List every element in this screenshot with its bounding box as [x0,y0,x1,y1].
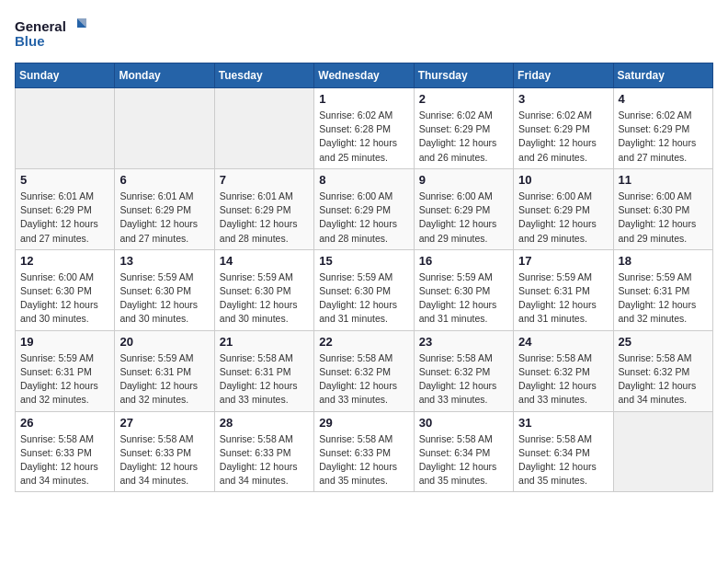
day-number: 25 [619,335,708,349]
day-number: 21 [220,335,309,349]
day-number: 1 [319,92,408,106]
calendar-table: SundayMondayTuesdayWednesdayThursdayFrid… [15,63,713,492]
calendar-cell: 4Sunrise: 6:02 AM Sunset: 6:29 PM Daylig… [613,88,712,169]
day-number: 5 [20,173,109,187]
day-number: 26 [20,416,109,430]
day-info: Sunrise: 5:58 AM Sunset: 6:32 PM Dayligh… [619,351,708,408]
day-info: Sunrise: 5:58 AM Sunset: 6:32 PM Dayligh… [518,351,608,408]
day-info: Sunrise: 6:00 AM Sunset: 6:29 PM Dayligh… [319,190,408,246]
day-number: 14 [220,254,309,268]
day-number: 28 [220,416,309,430]
calendar-cell: 27Sunrise: 5:58 AM Sunset: 6:33 PM Dayli… [115,411,214,492]
day-number: 4 [619,92,708,106]
week-row-4: 19Sunrise: 5:59 AM Sunset: 6:31 PM Dayli… [16,330,713,411]
day-info: Sunrise: 6:02 AM Sunset: 6:28 PM Dayligh… [319,109,408,165]
day-number: 29 [319,416,408,430]
day-info: Sunrise: 6:00 AM Sunset: 6:29 PM Dayligh… [419,190,508,246]
weekday-header-tuesday: Tuesday [214,63,313,88]
weekday-header-saturday: Saturday [613,63,712,88]
day-number: 31 [518,416,608,430]
weekday-header-sunday: Sunday [16,63,115,88]
day-number: 13 [119,254,209,268]
day-info: Sunrise: 5:59 AM Sunset: 6:30 PM Dayligh… [319,270,408,327]
weekday-header-monday: Monday [115,63,214,88]
day-info: Sunrise: 6:02 AM Sunset: 6:29 PM Dayligh… [419,109,508,165]
calendar-cell [16,88,115,169]
day-info: Sunrise: 6:00 AM Sunset: 6:30 PM Dayligh… [20,270,109,327]
logo-svg: General Blue [15,15,88,52]
day-number: 2 [419,92,508,106]
calendar-cell: 30Sunrise: 5:58 AM Sunset: 6:34 PM Dayli… [414,411,513,492]
calendar-cell: 16Sunrise: 5:59 AM Sunset: 6:30 PM Dayli… [414,249,513,330]
logo: General Blue [15,15,88,52]
day-info: Sunrise: 5:59 AM Sunset: 6:31 PM Dayligh… [119,351,209,408]
day-info: Sunrise: 5:59 AM Sunset: 6:31 PM Dayligh… [20,351,109,408]
day-info: Sunrise: 6:02 AM Sunset: 6:29 PM Dayligh… [619,109,708,165]
calendar-cell: 6Sunrise: 6:01 AM Sunset: 6:29 PM Daylig… [115,168,214,249]
calendar-cell: 2Sunrise: 6:02 AM Sunset: 6:29 PM Daylig… [414,88,513,169]
calendar-cell: 17Sunrise: 5:59 AM Sunset: 6:31 PM Dayli… [514,249,613,330]
day-number: 8 [319,173,408,187]
day-info: Sunrise: 6:02 AM Sunset: 6:29 PM Dayligh… [518,109,608,165]
day-info: Sunrise: 5:59 AM Sunset: 6:31 PM Dayligh… [518,270,608,327]
calendar-cell: 24Sunrise: 5:58 AM Sunset: 6:32 PM Dayli… [514,330,613,411]
day-info: Sunrise: 6:00 AM Sunset: 6:29 PM Dayligh… [518,190,608,246]
day-info: Sunrise: 5:58 AM Sunset: 6:31 PM Dayligh… [220,351,309,408]
weekday-header-friday: Friday [514,63,613,88]
week-row-2: 5Sunrise: 6:01 AM Sunset: 6:29 PM Daylig… [16,168,713,249]
page-header: General Blue [15,15,713,52]
calendar-cell: 3Sunrise: 6:02 AM Sunset: 6:29 PM Daylig… [514,88,613,169]
calendar-cell [115,88,214,169]
day-info: Sunrise: 5:58 AM Sunset: 6:34 PM Dayligh… [518,432,608,488]
calendar-cell: 29Sunrise: 5:58 AM Sunset: 6:33 PM Dayli… [314,411,414,492]
calendar-cell: 31Sunrise: 5:58 AM Sunset: 6:34 PM Dayli… [514,411,613,492]
calendar-cell: 20Sunrise: 5:59 AM Sunset: 6:31 PM Dayli… [115,330,214,411]
calendar-cell: 25Sunrise: 5:58 AM Sunset: 6:32 PM Dayli… [613,330,712,411]
day-number: 20 [119,335,209,349]
calendar-cell: 10Sunrise: 6:00 AM Sunset: 6:29 PM Dayli… [514,168,613,249]
calendar-cell: 23Sunrise: 5:58 AM Sunset: 6:32 PM Dayli… [414,330,513,411]
day-info: Sunrise: 6:01 AM Sunset: 6:29 PM Dayligh… [119,190,209,246]
day-info: Sunrise: 5:58 AM Sunset: 6:33 PM Dayligh… [119,432,209,488]
day-info: Sunrise: 5:58 AM Sunset: 6:33 PM Dayligh… [20,432,109,488]
day-number: 16 [419,254,508,268]
day-number: 24 [518,335,608,349]
calendar-cell: 28Sunrise: 5:58 AM Sunset: 6:33 PM Dayli… [214,411,313,492]
calendar-cell: 5Sunrise: 6:01 AM Sunset: 6:29 PM Daylig… [16,168,115,249]
day-number: 10 [518,173,608,187]
weekday-header-thursday: Thursday [414,63,513,88]
day-number: 11 [619,173,708,187]
calendar-cell: 26Sunrise: 5:58 AM Sunset: 6:33 PM Dayli… [16,411,115,492]
day-number: 22 [319,335,408,349]
day-info: Sunrise: 5:58 AM Sunset: 6:33 PM Dayligh… [319,432,408,488]
calendar-cell: 11Sunrise: 6:00 AM Sunset: 6:30 PM Dayli… [613,168,712,249]
day-number: 3 [518,92,608,106]
day-info: Sunrise: 6:01 AM Sunset: 6:29 PM Dayligh… [220,190,309,246]
day-number: 6 [119,173,209,187]
day-number: 27 [119,416,209,430]
calendar-cell: 7Sunrise: 6:01 AM Sunset: 6:29 PM Daylig… [214,168,313,249]
day-number: 23 [419,335,508,349]
calendar-cell: 12Sunrise: 6:00 AM Sunset: 6:30 PM Dayli… [16,249,115,330]
week-row-3: 12Sunrise: 6:00 AM Sunset: 6:30 PM Dayli… [16,249,713,330]
calendar-cell: 14Sunrise: 5:59 AM Sunset: 6:30 PM Dayli… [214,249,313,330]
day-number: 30 [419,416,508,430]
day-number: 18 [619,254,708,268]
week-row-1: 1Sunrise: 6:02 AM Sunset: 6:28 PM Daylig… [16,88,713,169]
day-info: Sunrise: 6:00 AM Sunset: 6:30 PM Dayligh… [619,190,708,246]
day-number: 7 [220,173,309,187]
calendar-cell: 9Sunrise: 6:00 AM Sunset: 6:29 PM Daylig… [414,168,513,249]
calendar-cell: 8Sunrise: 6:00 AM Sunset: 6:29 PM Daylig… [314,168,414,249]
svg-text:Blue: Blue [15,33,45,49]
day-info: Sunrise: 5:58 AM Sunset: 6:32 PM Dayligh… [319,351,408,408]
day-info: Sunrise: 5:58 AM Sunset: 6:32 PM Dayligh… [419,351,508,408]
day-info: Sunrise: 5:58 AM Sunset: 6:33 PM Dayligh… [220,432,309,488]
calendar-cell: 13Sunrise: 5:59 AM Sunset: 6:30 PM Dayli… [115,249,214,330]
day-info: Sunrise: 5:59 AM Sunset: 6:30 PM Dayligh… [119,270,209,327]
day-info: Sunrise: 5:59 AM Sunset: 6:31 PM Dayligh… [619,270,708,327]
weekday-header-wednesday: Wednesday [314,63,414,88]
calendar-cell: 22Sunrise: 5:58 AM Sunset: 6:32 PM Dayli… [314,330,414,411]
calendar-cell [214,88,313,169]
day-number: 17 [518,254,608,268]
calendar-cell [613,411,712,492]
